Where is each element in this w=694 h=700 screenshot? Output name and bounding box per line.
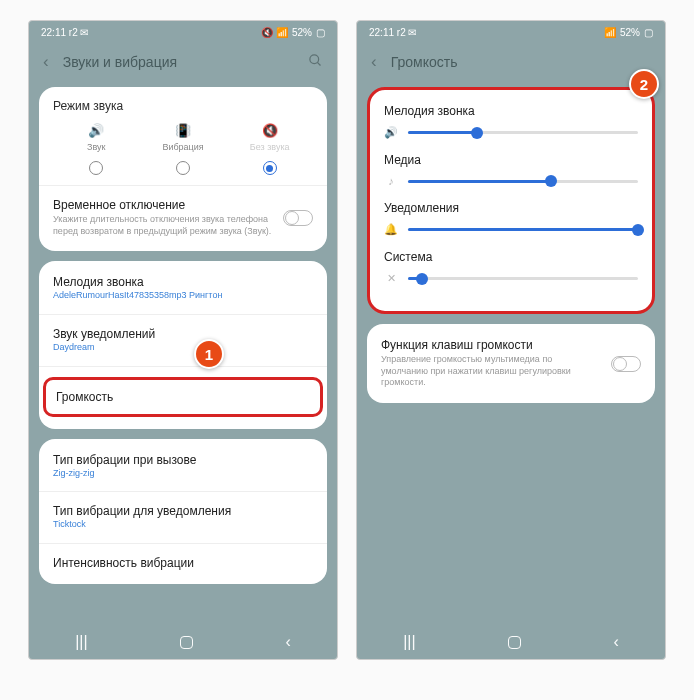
slider-icon: 🔊 — [384, 126, 398, 139]
volume-key-card: Функция клавиш громкости Управление гром… — [367, 324, 655, 403]
slider-track[interactable] — [408, 228, 638, 231]
volume-slider-0: Мелодия звонка🔊 — [384, 104, 638, 139]
page-title: Громкость — [391, 54, 651, 70]
sound-mode-title: Режим звука — [53, 99, 313, 113]
svg-line-1 — [317, 62, 320, 65]
mute-icon: 🔇 — [262, 123, 278, 139]
vibration-call-row[interactable]: Тип вибрации при вызове Zig-zig-zig — [53, 451, 313, 482]
slider-label: Медиа — [384, 153, 638, 167]
slider-track[interactable] — [408, 180, 638, 183]
slider-label: Уведомления — [384, 201, 638, 215]
slider-track[interactable] — [408, 277, 638, 280]
volume-slider-1: Медиа♪ — [384, 153, 638, 187]
nav-home-icon[interactable] — [508, 636, 521, 649]
status-bar: 22:11 r2 ✉ 📶 52% ▢ — [357, 21, 665, 43]
volume-key-toggle[interactable] — [611, 356, 641, 372]
vibration-intensity-row[interactable]: Интенсивность вибрации — [53, 554, 313, 572]
sounds-card: Мелодия звонка AdeleRumourHasIt47835358m… — [39, 261, 327, 428]
nav-recent-icon[interactable]: ||| — [403, 633, 415, 651]
ringtone-row[interactable]: Мелодия звонка AdeleRumourHasIt47835358m… — [53, 273, 313, 304]
sound-mode-card: Режим звука 🔊 Звук 📳 Вибрация 🔇 Без звук… — [39, 87, 327, 251]
page-title: Звуки и вибрация — [63, 54, 294, 70]
nav-back-icon[interactable]: ‹ — [285, 633, 290, 651]
speaker-icon: 🔊 — [88, 123, 104, 139]
slider-label: Система — [384, 250, 638, 264]
content: Режим звука 🔊 Звук 📳 Вибрация 🔇 Без звук… — [29, 81, 337, 625]
nav-back-icon[interactable]: ‹ — [613, 633, 618, 651]
radio-sound[interactable] — [89, 161, 103, 175]
notification-sound-row[interactable]: Звук уведомлений Daydream — [53, 325, 313, 356]
nav-bar: ||| ‹ — [357, 625, 665, 659]
status-net: r2 — [69, 27, 78, 38]
search-icon[interactable] — [308, 53, 323, 71]
radio-vibration[interactable] — [176, 161, 190, 175]
slider-icon: 🔔 — [384, 223, 398, 236]
volume-slider-2: Уведомления🔔 — [384, 201, 638, 236]
volume-row-highlight: Громкость — [43, 377, 323, 417]
back-icon[interactable]: ‹ — [371, 52, 377, 72]
slider-icon: ♪ — [384, 175, 398, 187]
nav-home-icon[interactable] — [180, 636, 193, 649]
slider-icon: ✕ — [384, 272, 398, 285]
title-bar: ‹ Громкость — [357, 43, 665, 81]
phone-screenshot-2: 22:11 r2 ✉ 📶 52% ▢ ‹ Громкость Мелодия з… — [356, 20, 666, 660]
volume-sliders-card: Мелодия звонка🔊Медиа♪Уведомления🔔Система… — [367, 87, 655, 314]
volume-key-row[interactable]: Функция клавиш громкости Управление гром… — [381, 336, 641, 391]
volume-row[interactable]: Громкость — [56, 388, 310, 406]
nav-recent-icon[interactable]: ||| — [75, 633, 87, 651]
status-time: 22:11 — [41, 27, 66, 38]
volume-slider-3: Система✕ — [384, 250, 638, 285]
status-right: 🔇 📶 52% ▢ — [261, 27, 325, 38]
vibrate-icon: 📳 — [175, 123, 191, 139]
content: Мелодия звонка🔊Медиа♪Уведомления🔔Система… — [357, 81, 665, 625]
mode-sound[interactable]: 🔊 Звук — [53, 123, 140, 175]
temp-off-row[interactable]: Временное отключение Укажите длительност… — [53, 196, 313, 239]
slider-label: Мелодия звонка — [384, 104, 638, 118]
mode-mute[interactable]: 🔇 Без звука — [226, 123, 313, 175]
temp-off-toggle[interactable] — [283, 210, 313, 226]
svg-point-0 — [310, 55, 319, 64]
slider-track[interactable] — [408, 131, 638, 134]
title-bar: ‹ Звуки и вибрация — [29, 43, 337, 81]
vibration-card: Тип вибрации при вызове Zig-zig-zig Тип … — [39, 439, 327, 584]
marker-2: 2 — [629, 69, 659, 99]
radio-mute[interactable] — [263, 161, 277, 175]
nav-bar: ||| ‹ — [29, 625, 337, 659]
phone-screenshot-1: 22:11 r2 ✉ 🔇 📶 52% ▢ ‹ Звуки и вибрация … — [28, 20, 338, 660]
back-icon[interactable]: ‹ — [43, 52, 49, 72]
status-bar: 22:11 r2 ✉ 🔇 📶 52% ▢ — [29, 21, 337, 43]
vibration-notif-row[interactable]: Тип вибрации для уведомления Ticktock — [53, 502, 313, 533]
mode-vibration[interactable]: 📳 Вибрация — [140, 123, 227, 175]
